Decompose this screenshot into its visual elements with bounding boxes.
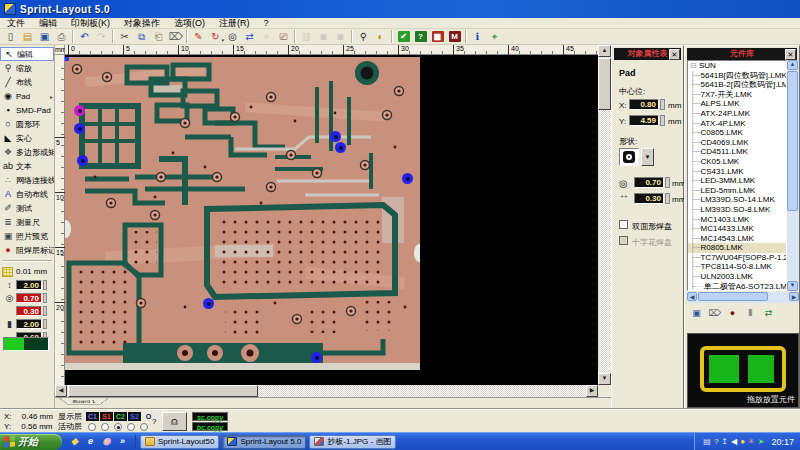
- pad-outer-width[interactable]: ◎0.70: [0, 291, 54, 304]
- library-item[interactable]: ├┄CK05.LMK: [688, 157, 786, 167]
- library-item[interactable]: ├┄CD4069.LMK: [688, 138, 786, 148]
- sc-copy-badge[interactable]: sc.copy: [192, 412, 228, 421]
- pad-drill-spinner[interactable]: [665, 193, 670, 204]
- tool-connections[interactable]: ∴网络连接线: [0, 173, 54, 187]
- tray-net-icon[interactable]: ➤: [758, 434, 765, 450]
- tool-circle[interactable]: ○圆形环: [0, 117, 54, 131]
- more-chevron-icon[interactable]: »: [116, 435, 129, 448]
- y-spinner[interactable]: [660, 115, 665, 126]
- lib-delete-icon[interactable]: ⌦: [707, 306, 722, 320]
- smd-width-value[interactable]: 2.00: [16, 319, 42, 329]
- cut-icon[interactable]: ✂: [116, 30, 133, 44]
- library-item[interactable]: ├┄MC14543.LMK: [688, 234, 786, 244]
- menu-item-3[interactable]: 对象操作: [117, 18, 167, 29]
- library-item[interactable]: ├┄TPC8114-S0-8.LMK: [688, 262, 786, 272]
- zoom-icon[interactable]: ⚲: [355, 30, 372, 44]
- library-vertical-scrollbar[interactable]: ▲ ▼: [787, 60, 799, 291]
- pad-outer-spinner[interactable]: [665, 177, 670, 188]
- y-value-field[interactable]: 4.59: [629, 115, 659, 126]
- open-icon[interactable]: ▤: [19, 30, 36, 44]
- tray-keyboard-icon[interactable]: ▤: [703, 434, 711, 450]
- library-item[interactable]: ├┄LED-3MM.LMK: [688, 176, 786, 186]
- print-icon[interactable]: ⎙: [53, 30, 70, 44]
- x-value-field[interactable]: 0.80: [629, 99, 659, 110]
- active-layer-radio-O[interactable]: [140, 423, 148, 431]
- pad-drill-field[interactable]: 0.30: [634, 193, 664, 204]
- library-list[interactable]: ⊟ SUN ├┄5641B[四位数码管].LMK ├┄5641B-2[四位数码管…: [687, 60, 787, 291]
- close-icon[interactable]: ✕: [669, 49, 680, 60]
- ie-icon[interactable]: e: [84, 435, 97, 448]
- bc-copy-badge[interactable]: bc.copy: [192, 422, 228, 431]
- shape-dropdown[interactable]: ▼: [641, 148, 654, 166]
- library-item[interactable]: ├┄ULN2003.LMK: [688, 272, 786, 282]
- pad-outer-width-value[interactable]: 0.70: [16, 293, 42, 303]
- tool-pad[interactable]: ◉Pad▸: [0, 89, 54, 103]
- placed-pad[interactable]: [311, 352, 322, 363]
- smd-width[interactable]: ▮2.00: [0, 317, 54, 330]
- layer-help[interactable]: ?: [152, 417, 156, 427]
- scroll-up-icon[interactable]: ▲: [598, 45, 611, 57]
- track-width-value[interactable]: 2.00: [16, 280, 42, 290]
- library-item[interactable]: ├┄CS431.LMK: [688, 167, 786, 177]
- track-width-spinner[interactable]: [43, 280, 47, 290]
- solder-side-icon[interactable]: ⎚: [275, 30, 292, 44]
- thermal-pad-checkbox[interactable]: [619, 236, 628, 245]
- board-check-icon[interactable]: ✔: [395, 30, 412, 44]
- layer-color-strip[interactable]: [3, 337, 49, 351]
- vscroll-thumb[interactable]: [598, 58, 611, 110]
- library-item[interactable]: ├┄MC14433.LMK: [688, 224, 786, 234]
- library-root[interactable]: ⊟ SUN: [688, 61, 786, 71]
- pad-drill-width-spinner[interactable]: [43, 306, 47, 316]
- board-canvas[interactable]: [65, 55, 598, 385]
- footprint-button[interactable]: ⍝: [162, 412, 187, 431]
- tool-photo[interactable]: ▣照片预览: [0, 229, 54, 243]
- info-icon[interactable]: ℹ: [469, 30, 486, 44]
- library-item[interactable]: ├┄ATX-4P.LMK: [688, 119, 786, 129]
- lib-refresh-icon[interactable]: ⇄: [761, 306, 776, 320]
- library-item[interactable]: ├┄5641B[四位数码管].LMK: [688, 71, 786, 81]
- tray-update-icon[interactable]: ↥: [721, 434, 728, 450]
- rotate-icon[interactable]: ↻▾: [207, 30, 224, 44]
- scroll-down-icon[interactable]: ▼: [598, 373, 611, 385]
- active-layer-radio-S1[interactable]: [101, 423, 109, 431]
- placed-pad[interactable]: [74, 105, 85, 116]
- search-binoculars-icon[interactable]: ◎: [224, 30, 241, 44]
- task-button[interactable]: 抄板-1.JPG - 画图: [309, 435, 396, 449]
- canvas-horizontal-scrollbar[interactable]: ◀ ▶: [55, 385, 598, 397]
- tool-track[interactable]: ╱布线: [0, 75, 54, 89]
- placed-pad[interactable]: [77, 155, 88, 166]
- goto-icon[interactable]: ⌖: [486, 30, 503, 44]
- photo-view-icon[interactable]: ◐: [372, 30, 389, 44]
- layer-badge-C2[interactable]: C2: [114, 412, 127, 421]
- pad-drill-width-value[interactable]: 0.30: [16, 306, 42, 316]
- track-width[interactable]: ↕2.00: [0, 278, 54, 291]
- canvas-vertical-scrollbar[interactable]: ▲ ▼: [598, 45, 611, 385]
- active-layer-radio-C1[interactable]: [88, 423, 96, 431]
- mirror-icon[interactable]: ⇄: [241, 30, 258, 44]
- board-tab[interactable]: Board 1: [59, 398, 109, 404]
- library-item[interactable]: ├┄MC1403.LMK: [688, 215, 786, 225]
- tool-polygon[interactable]: ❖多边形或矩形: [0, 145, 54, 159]
- library-horizontal-scrollbar[interactable]: ◀ ▶: [687, 292, 799, 303]
- lib-vscroll-thumb[interactable]: [787, 71, 798, 211]
- lib-hscroll-thumb[interactable]: [698, 292, 768, 301]
- tray-help-icon[interactable]: ?: [714, 434, 718, 450]
- delete-icon[interactable]: ⌦: [167, 30, 184, 44]
- tool-smd-pad[interactable]: ▪SMD-Pad: [0, 103, 54, 117]
- lib-save-icon[interactable]: ▣: [689, 306, 704, 320]
- undo-icon[interactable]: ↶: [76, 30, 93, 44]
- grid-setting[interactable]: 0.01 mm: [0, 265, 54, 278]
- close-icon[interactable]: ✕: [785, 49, 796, 60]
- start-button[interactable]: 开始: [0, 434, 62, 450]
- lib-list-icon[interactable]: ⫴: [743, 306, 758, 320]
- scroll-left-icon[interactable]: ◀: [55, 385, 67, 397]
- save-icon[interactable]: ▣: [36, 30, 53, 44]
- tool-measure[interactable]: ≣测量尺: [0, 215, 54, 229]
- tool-zoom[interactable]: ⚲缩放: [0, 61, 54, 75]
- tool-zone[interactable]: ◣实心: [0, 131, 54, 145]
- drc-icon[interactable]: ▦: [429, 30, 446, 44]
- hscroll-thumb[interactable]: [68, 385, 258, 397]
- layer-badge-S1[interactable]: S1: [100, 412, 113, 421]
- layer-badge-S2[interactable]: S2: [128, 412, 141, 421]
- placed-pad[interactable]: [74, 123, 85, 134]
